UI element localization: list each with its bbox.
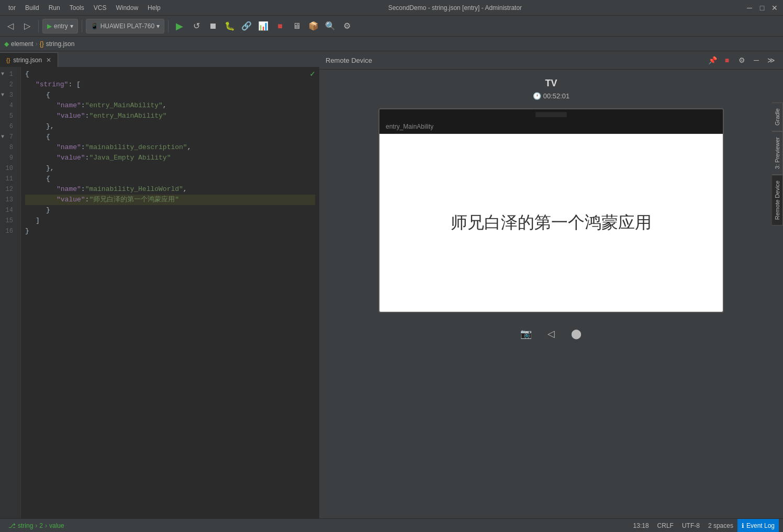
line-num-3: ▼3	[0, 90, 16, 100]
breadcrumb-file-text: string.json	[46, 40, 75, 48]
toolbar: ◁ ▷ ▶ entry ▾ 📱 HUAWEI PLAT-760 ▾ ▶ ↺ ⏹ …	[0, 16, 783, 37]
side-tab-previewer[interactable]: 3: Previewer	[772, 131, 783, 175]
tv-home-button[interactable]: ⬤	[568, 325, 585, 342]
menu-run[interactable]: Run	[44, 3, 64, 13]
settings-panel-button[interactable]: ⚙	[736, 54, 747, 66]
menu-tools[interactable]: Tools	[65, 3, 88, 13]
panel-actions: 📌 ■ ⚙ ─ ≫	[707, 54, 777, 66]
main-wrapper: {} string.json ✕ ▼1 2 ▼3 4 5 6 ▼7 8 9 10…	[0, 51, 783, 518]
code-line-4: "name" : "entry_MainAbility" ,	[25, 100, 315, 111]
code-line-8: "name" : "mainability_description" ,	[25, 142, 315, 153]
clock-icon: 🕐	[533, 92, 541, 100]
code-line-1: {	[25, 69, 315, 80]
bulb-icon: 💡	[21, 195, 23, 205]
stop-button[interactable]: ■	[273, 19, 287, 33]
status-line-ending[interactable]: CRLF	[653, 519, 678, 533]
coverage-button[interactable]: 📊	[256, 19, 271, 33]
menu-bar: tor Build Run Tools VCS Window Help	[4, 3, 165, 13]
pin-button[interactable]: 📌	[707, 54, 718, 66]
status-encoding[interactable]: UTF-8	[678, 519, 704, 533]
editor-tab-string-json[interactable]: {} string.json ✕	[0, 52, 58, 67]
status-indent[interactable]: 2 spaces	[704, 519, 737, 533]
tv-screen-titlebar: entry_MainAbility	[379, 120, 723, 134]
side-tab-remote-device[interactable]: Remote Device	[772, 175, 783, 225]
status-sep2: ›	[45, 522, 47, 529]
line-num-10: 10	[0, 163, 16, 174]
menu-vcs[interactable]: VCS	[90, 3, 111, 13]
toolbar-separator-1	[38, 20, 39, 32]
status-position[interactable]: 13:18	[629, 519, 653, 533]
line-num-11: 11	[0, 174, 16, 184]
code-editor[interactable]: ▼1 2 ▼3 4 5 6 ▼7 8 9 10 11 12 13 14 15 1…	[0, 67, 319, 518]
event-log-icon: ℹ	[742, 522, 744, 529]
code-content: ✓ { "string" : [ {	[21, 67, 319, 518]
menu-tor[interactable]: tor	[4, 3, 20, 13]
stop-device-button[interactable]: ■	[721, 54, 733, 66]
status-sep1: ›	[35, 522, 37, 529]
line-num-16: 16	[0, 226, 16, 236]
line-num-7: ▼7	[0, 132, 16, 142]
code-line-14: }	[25, 205, 315, 216]
minimize-button[interactable]: ─	[745, 4, 754, 12]
sdk-manager-button[interactable]: 📦	[306, 19, 321, 33]
close-button[interactable]: ✕	[770, 4, 779, 12]
code-line-7: {	[25, 132, 315, 142]
tv-back-button[interactable]: ◁	[543, 325, 560, 342]
tv-time-value: 00:52:01	[543, 92, 570, 100]
attach-button[interactable]: 🔗	[239, 19, 254, 33]
run-button[interactable]: ▶	[172, 19, 187, 33]
maximize-button[interactable]: □	[758, 4, 766, 12]
status-git[interactable]: ⎇ string › 2 › value	[4, 519, 69, 533]
more-panel-button[interactable]: ≫	[765, 54, 777, 66]
device-manager-button[interactable]: 🖥	[289, 19, 304, 33]
git-icon: ⎇	[8, 522, 16, 529]
tv-time: 🕐 00:52:01	[533, 92, 570, 100]
breadcrumb-element[interactable]: ◆	[4, 40, 9, 48]
status-nav2: 2	[39, 522, 43, 529]
toolbar-icon-2[interactable]: ▷	[20, 19, 35, 33]
search-everywhere-button[interactable]: 🔍	[323, 19, 338, 33]
line-num-5: 5	[0, 111, 16, 121]
tab-file-icon: {}	[6, 57, 10, 63]
breadcrumb: ◆ element › {} string.json	[0, 37, 783, 51]
menu-build[interactable]: Build	[21, 3, 43, 13]
line-num-13: 13	[0, 195, 16, 205]
tv-screenshot-button[interactable]: 📷	[518, 325, 534, 342]
encoding-text: UTF-8	[682, 522, 700, 529]
device-dropdown[interactable]: 📱 HUAWEI PLAT-760 ▾	[86, 19, 164, 33]
indent-text: 2 spaces	[708, 522, 733, 529]
breadcrumb-sep-1: ›	[36, 40, 38, 48]
main-layout: {} string.json ✕ ▼1 2 ▼3 4 5 6 ▼7 8 9 10…	[0, 51, 783, 518]
code-line-11: {	[25, 174, 315, 184]
tv-app-title: entry_MainAbility	[386, 123, 433, 130]
entry-dropdown[interactable]: ▶ entry ▾	[42, 19, 78, 33]
line-num-6: 6	[0, 121, 16, 132]
remote-device-header: Remote Device 📌 ■ ⚙ ─ ≫	[319, 51, 783, 70]
event-log-label: Event Log	[746, 522, 775, 529]
line-numbers: ▼1 2 ▼3 4 5 6 ▼7 8 9 10 11 12 13 14 15 1…	[0, 67, 21, 518]
entry-icon: ▶	[47, 22, 52, 30]
tab-filename: string.json	[13, 56, 42, 64]
tv-bottom-controls: 📷 ◁ ⬤	[511, 319, 591, 348]
line-num-8: 8	[0, 142, 16, 153]
code-line-10: },	[25, 163, 315, 174]
tv-screen: entry_MainAbility 师兄白泽的第一个鸿蒙应用	[378, 108, 724, 313]
panel-title: Remote Device	[326, 56, 702, 64]
status-nav3: value	[49, 522, 64, 529]
code-line-12: "name" : "mainability_HelloWorld" ,	[25, 184, 315, 195]
breadcrumb-file-icon: {}	[40, 40, 44, 48]
title-bar: tor Build Run Tools VCS Window Help Seco…	[0, 0, 783, 16]
event-log-button[interactable]: ℹ Event Log	[737, 519, 779, 533]
line-num-12: 12	[0, 184, 16, 195]
status-left: ⎇ string › 2 › value	[4, 519, 69, 533]
debug-button[interactable]: 🐛	[222, 19, 237, 33]
rerun-button[interactable]: ↺	[189, 19, 204, 33]
tab-close-button[interactable]: ✕	[46, 56, 51, 64]
menu-window[interactable]: Window	[111, 3, 142, 13]
settings-button[interactable]: ⚙	[340, 19, 354, 33]
menu-help[interactable]: Help	[143, 3, 165, 13]
stop-build-button[interactable]: ⏹	[206, 19, 220, 33]
minimize-panel-button[interactable]: ─	[751, 54, 762, 66]
toolbar-icon-1[interactable]: ◁	[3, 19, 18, 33]
side-tab-gradle[interactable]: Gradle	[772, 103, 783, 131]
